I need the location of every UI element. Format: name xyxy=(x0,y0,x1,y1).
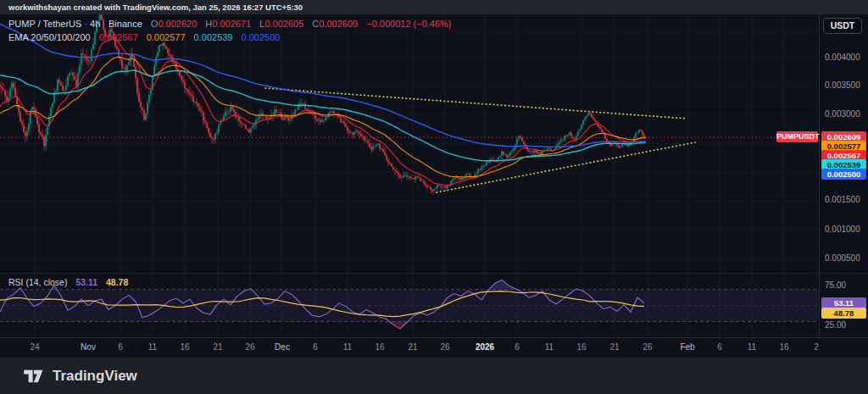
time-tick-label: 11 xyxy=(748,342,756,352)
time-tick-label: 6 xyxy=(313,342,318,352)
legend-separator: · xyxy=(81,19,90,29)
interval-label[interactable]: 4h xyxy=(90,19,100,29)
pane-divider[interactable] xyxy=(0,273,868,274)
price-axis[interactable]: USDT 0.0040000.0035000.0030000.0015000.0… xyxy=(819,0,868,337)
ema20-value: 0.002567 xyxy=(99,32,138,42)
time-tick-label: 26 xyxy=(245,342,254,352)
time-tick-label: 16 xyxy=(180,342,189,352)
price-tick-label: 0.004000 xyxy=(825,53,860,62)
ohlc-high: H0.002671 xyxy=(205,19,251,29)
time-tick-label: 6 xyxy=(717,342,722,352)
ohlc-low: L0.002605 xyxy=(259,19,303,29)
time-tick-label: 21 xyxy=(609,342,619,352)
price-badge: 0.002500 xyxy=(821,169,866,180)
symbol-legend-row[interactable]: PUMP / TetherUS·4h·Binance O0.002620 H0.… xyxy=(8,17,452,31)
time-tick-label: 16 xyxy=(576,342,586,352)
price-tick-label: 0.001500 xyxy=(825,195,860,204)
legend-separator: · xyxy=(100,19,108,29)
ema200-value: 0.002500 xyxy=(242,32,281,42)
symbol-legend: PUMP / TetherUS·4h·Binance O0.002620 H0.… xyxy=(8,17,452,44)
time-tick-label: Nov xyxy=(81,342,96,352)
tradingview-brand-text: TradingView xyxy=(53,368,137,385)
price-tick-label: 0.003000 xyxy=(825,109,860,119)
rsi-ma-value: 48.78 xyxy=(106,277,128,287)
rsi-indicator-title[interactable]: RSI (14, close) xyxy=(8,277,67,287)
rsi-legend[interactable]: RSI (14, close) 53.11 48.78 xyxy=(8,277,128,287)
price-chart-canvas[interactable] xyxy=(0,0,819,358)
symbol-price-label: PUMPUSDT xyxy=(776,131,818,142)
ema-legend-row[interactable]: EMA 20/50/100/200 0.002567 0.002577 0.00… xyxy=(8,31,452,44)
time-tick-label: Feb xyxy=(680,342,694,352)
ema50-value: 0.002577 xyxy=(147,32,186,42)
time-tick-label: 26 xyxy=(643,342,652,352)
symbol-title[interactable]: PUMP / TetherUS xyxy=(8,19,81,29)
time-tick-label: 11 xyxy=(343,342,352,352)
ohlc-open: O0.002620 xyxy=(151,19,197,29)
time-tick-label: 24 xyxy=(30,342,39,352)
ohlc-close: C0.002609 xyxy=(312,19,358,29)
time-tick-label: 6 xyxy=(515,342,520,352)
tradingview-logo-icon xyxy=(23,368,45,385)
time-tick-label: 2026 xyxy=(476,342,494,352)
time-axis[interactable]: 24Nov611162126Dec6111621262026611162126F… xyxy=(0,337,868,358)
change-value: −0.000012 (−0.46%) xyxy=(366,19,451,29)
ema100-value: 0.002539 xyxy=(194,32,233,42)
time-tick-label: 11 xyxy=(148,342,157,352)
tradingview-logo-link[interactable]: TradingView xyxy=(23,368,137,385)
price-tick-label: 0.003500 xyxy=(825,80,860,90)
footer-bar: TradingView xyxy=(0,358,868,394)
ema-indicator-title[interactable]: EMA 20/50/100/200 xyxy=(8,32,91,42)
time-tick-label: 21 xyxy=(213,342,222,352)
time-tick-label: 16 xyxy=(375,342,384,352)
tradingview-chart-window: workwithshayan created with TradingView.… xyxy=(0,0,868,394)
time-tick-label: 11 xyxy=(545,342,554,352)
watermark-text: workwithshayan created with TradingView.… xyxy=(8,3,303,12)
time-tick-label: 21 xyxy=(408,342,417,352)
price-tick-label: 25.00 xyxy=(825,320,846,330)
price-tick-label: 0.000500 xyxy=(825,253,860,263)
exchange-label: Binance xyxy=(108,19,142,29)
rsi-value: 53.11 xyxy=(75,277,97,287)
time-tick-label: 16 xyxy=(779,342,788,352)
time-tick-label: 26 xyxy=(440,342,449,352)
time-tick-label: 2 xyxy=(814,342,819,352)
watermark-bar: workwithshayan created with TradingView.… xyxy=(0,0,868,14)
price-tick-label: 0.001000 xyxy=(825,225,860,234)
time-tick-label: Dec xyxy=(275,342,290,352)
time-tick-label: 6 xyxy=(118,342,123,352)
price-tick-label: 75.00 xyxy=(825,280,846,290)
grid-lines xyxy=(0,14,819,337)
price-badge: 48.78 xyxy=(821,308,866,319)
currency-toggle-button[interactable]: USDT xyxy=(823,18,862,34)
